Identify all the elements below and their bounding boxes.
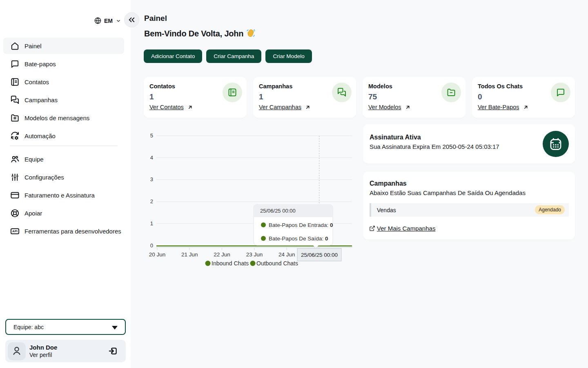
svg-text:Inbound Chats: Inbound Chats bbox=[212, 260, 249, 267]
svg-text:24 Jun: 24 Jun bbox=[278, 251, 295, 258]
svg-text:Bate-Papos De Entrada: 0: Bate-Papos De Entrada: 0 bbox=[269, 222, 333, 228]
svg-text:22 Jun: 22 Jun bbox=[214, 251, 230, 258]
svg-text:20 Jun: 20 Jun bbox=[149, 251, 166, 258]
svg-text:23 Jun: 23 Jun bbox=[246, 251, 263, 258]
svg-text:25/06/25 00:00: 25/06/25 00:00 bbox=[301, 252, 338, 258]
svg-text:21 Jun: 21 Jun bbox=[181, 251, 198, 258]
svg-text:1: 1 bbox=[150, 220, 153, 227]
svg-text:Outbound Chats: Outbound Chats bbox=[256, 260, 298, 267]
svg-text:Bate-Papos De Saída: 0: Bate-Papos De Saída: 0 bbox=[269, 236, 328, 242]
svg-text:API: API bbox=[12, 229, 18, 233]
svg-text:4: 4 bbox=[150, 155, 153, 161]
svg-text:0: 0 bbox=[150, 242, 153, 249]
svg-text:5: 5 bbox=[150, 132, 153, 139]
svg-text:2: 2 bbox=[150, 198, 153, 204]
svg-text:25/06/25 00:00: 25/06/25 00:00 bbox=[260, 208, 296, 214]
svg-text:3: 3 bbox=[150, 176, 153, 182]
